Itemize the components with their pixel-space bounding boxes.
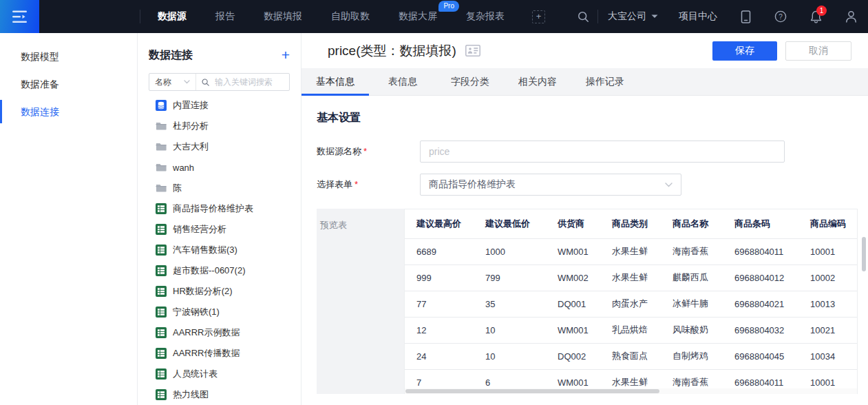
tree-item-wanh[interactable]: wanh: [156, 157, 290, 178]
tree-item-陈[interactable]: 陈: [156, 178, 290, 198]
nav-item-数据源[interactable]: 数据源: [158, 10, 187, 23]
table-cell: 10034: [798, 343, 858, 369]
table-row: 1210WM001乳品烘焙风味酸奶696880403210021: [405, 317, 858, 343]
column-header: 商品编码: [798, 209, 858, 238]
preview-table: 建议最高价建议最低价供货商商品类别商品名称商品条码商品编码 66891000WM…: [405, 209, 858, 394]
mobile-icon[interactable]: [741, 10, 751, 23]
add-module-button[interactable]: +: [532, 10, 545, 23]
column-header: 商品条码: [723, 209, 798, 238]
search-field-selector[interactable]: 名称: [149, 74, 196, 90]
table-cell: 6968804021: [723, 291, 798, 317]
table-cell: 6968804011: [723, 238, 798, 264]
horizontal-scrollbar-thumb[interactable]: [405, 389, 659, 393]
tree-item-销售经营分析[interactable]: 销售经营分析: [156, 219, 290, 240]
tree-item-AARRR示例数据[interactable]: AARRR示例数据: [156, 322, 290, 343]
top-navbar: 数据源报告数据填报自助取数数据大屏Pro复杂报表 + 大宝公司 项目中心 ? 1: [0, 0, 868, 33]
form-select[interactable]: 商品指导价格维护表: [420, 174, 681, 196]
folder-icon: [156, 141, 167, 152]
preview-table-container: 建议最高价建议最低价供货商商品类别商品名称商品条码商品编码 66891000WM…: [404, 209, 858, 394]
search-icon[interactable]: [578, 11, 589, 23]
save-button[interactable]: 保存: [712, 41, 777, 61]
tree-item-宁波钢铁(1)[interactable]: 宁波钢铁(1): [156, 302, 290, 322]
tree-item-HR数据分析(2)[interactable]: HR数据分析(2): [156, 281, 290, 302]
table-cell: 10013: [798, 291, 858, 317]
folder-icon: [156, 162, 167, 173]
svg-text:?: ?: [779, 13, 783, 21]
folder-icon: [156, 121, 167, 132]
tree-item-AARRR传播数据[interactable]: AARRR传播数据: [156, 343, 290, 364]
tree-item-label: 内置连接: [173, 99, 209, 112]
tree-item-超市数据--0607(2)[interactable]: 超市数据--0607(2): [156, 260, 290, 281]
tab-表信息[interactable]: 表信息: [369, 68, 436, 95]
sidebar-item-数据模型[interactable]: 数据模型: [0, 43, 137, 70]
form-select-row: 选择表单* 商品指导价格维护表: [317, 174, 868, 196]
tree-item-label: 汽车销售数据(3): [173, 244, 237, 256]
sidebar-item-数据连接[interactable]: 数据连接: [0, 98, 137, 125]
table-cell: 10021: [798, 317, 858, 343]
column-header: 商品类别: [600, 209, 661, 238]
tab-基本信息[interactable]: 基本信息: [301, 68, 369, 95]
vertical-scrollbar-thumb[interactable]: [862, 237, 866, 271]
tree-item-汽车销售数据(3)[interactable]: 汽车销售数据(3): [156, 240, 290, 260]
tree-item-label: 热力线图: [173, 388, 209, 401]
datasource-name-input[interactable]: [420, 141, 785, 163]
notification-badge: 1: [816, 6, 827, 16]
tab-相关内容[interactable]: 相关内容: [504, 68, 571, 95]
table-cell: DQ001: [546, 291, 600, 317]
notifications-button[interactable]: 1: [810, 10, 822, 23]
tree-item-人员统计表[interactable]: 人员统计表: [156, 364, 290, 384]
main-content: price(类型：数据填报) 保存 取消 基本信息表信息字段分类相关内容操作记录…: [301, 33, 868, 405]
project-center-link[interactable]: 项目中心: [679, 10, 717, 23]
company-selector[interactable]: 大宝公司: [608, 10, 658, 23]
excel-icon: [156, 224, 167, 235]
keyword-search-input[interactable]: [213, 76, 284, 87]
table-cell: 冰鲜牛腩: [661, 291, 723, 317]
tab-操作记录[interactable]: 操作记录: [571, 68, 639, 95]
table-cell: 海南香蕉: [661, 238, 723, 264]
user-avatar-icon[interactable]: [845, 10, 857, 23]
column-header: 供货商: [546, 209, 600, 238]
tree-item-商品指导价格维护表[interactable]: 商品指导价格维护表: [156, 198, 290, 219]
excel-icon: [156, 389, 167, 400]
table-cell: WM002: [546, 264, 600, 291]
connection-tree: 内置连接杜邦分析大吉大利wanh陈商品指导价格维护表销售经营分析汽车销售数据(3…: [149, 95, 290, 405]
excel-icon: [156, 286, 167, 297]
excel-icon: [156, 286, 167, 297]
excel-icon: [156, 265, 167, 276]
tree-item-大吉大利[interactable]: 大吉大利: [156, 136, 290, 157]
tab-字段分类[interactable]: 字段分类: [436, 68, 504, 95]
table-cell: 麒麟西瓜: [661, 264, 723, 291]
id-card-icon[interactable]: [465, 45, 480, 56]
datasource-header: price(类型：数据填报) 保存 取消: [301, 33, 868, 68]
tree-item-label: 杜邦分析: [173, 120, 209, 132]
database-icon: [156, 100, 167, 111]
nav-item-自助取数[interactable]: 自助取数: [331, 10, 370, 23]
excel-icon: [156, 265, 167, 276]
table-cell: 6689: [405, 238, 474, 264]
menu-icon: [12, 10, 28, 23]
tree-item-热力线图[interactable]: 热力线图: [156, 384, 290, 405]
chevron-down-icon: [184, 80, 190, 84]
add-connection-button[interactable]: +: [282, 48, 290, 62]
excel-icon: [156, 389, 167, 400]
header-actions: 保存 取消: [712, 41, 851, 61]
page-body: 数据模型数据准备数据连接 数据连接 + 名称 内置连接杜邦分析大吉大利wanh陈…: [0, 33, 868, 405]
table-cell: 熟食面点: [600, 343, 661, 369]
cancel-button[interactable]: 取消: [785, 41, 851, 61]
nav-item-报告[interactable]: 报告: [215, 10, 235, 23]
nav-item-复杂报表[interactable]: 复杂报表: [466, 10, 505, 23]
tree-item-内置连接[interactable]: 内置连接: [156, 95, 290, 116]
help-icon[interactable]: ?: [774, 10, 787, 23]
sidebar-item-数据准备[interactable]: 数据准备: [0, 70, 137, 98]
table-cell: 1000: [474, 238, 546, 264]
preview-section: 预览表 建议最高价建议最低价供货商商品类别商品名称商品条码商品编码 668910…: [317, 209, 868, 394]
menu-toggle-button[interactable]: [0, 0, 39, 33]
preview-table-label: 预览表: [317, 209, 404, 394]
tree-item-杜邦分析[interactable]: 杜邦分析: [156, 116, 290, 136]
nav-item-数据填报[interactable]: 数据填报: [264, 10, 302, 23]
folder-icon: [156, 121, 167, 132]
excel-icon: [156, 348, 167, 359]
tree-item-label: 超市数据--0607(2): [173, 264, 245, 277]
nav-item-数据大屏[interactable]: 数据大屏Pro: [399, 10, 437, 23]
main-nav: 数据源报告数据填报自助取数数据大屏Pro复杂报表: [158, 10, 505, 23]
